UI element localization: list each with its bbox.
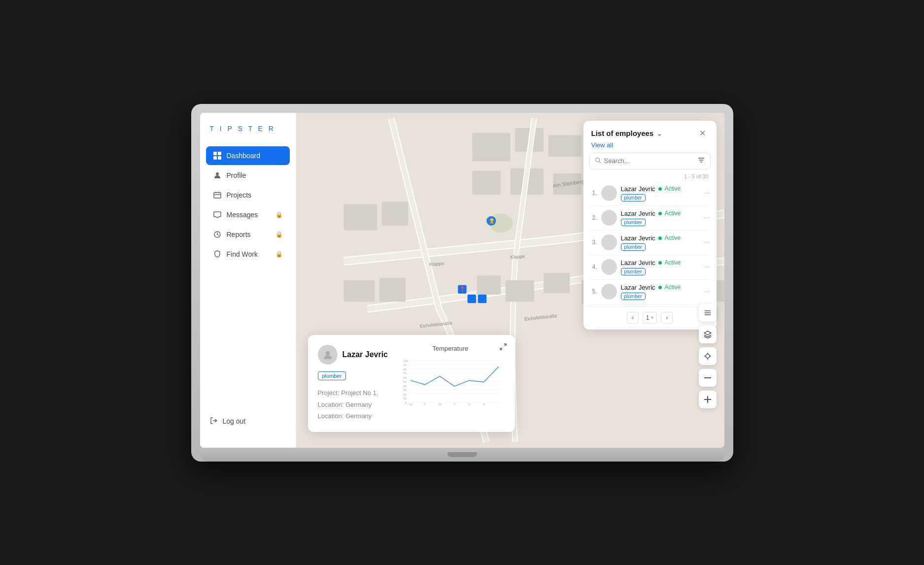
current-page: 1 ▾ [643, 312, 657, 324]
avatar [601, 284, 617, 299]
map-controls [699, 304, 717, 408]
location2-value: Germany [345, 412, 372, 420]
next-page-button[interactable]: › [661, 312, 673, 324]
employee-info: Lazar Jevric Active plumber [621, 259, 700, 275]
more-options-button[interactable]: ··· [704, 263, 710, 271]
svg-text:T: T [454, 403, 456, 406]
zoom-out-button[interactable] [699, 369, 717, 387]
status-indicator [658, 187, 662, 191]
panel-header: List of employees ⌄ ✕ [583, 121, 717, 139]
svg-rect-1 [218, 152, 221, 155]
location-value: Germany [345, 401, 372, 408]
messages-lock-icon: 🔒 [275, 211, 283, 218]
table-row[interactable]: 3. Lazar Jevric Active plumber ··· [589, 231, 711, 255]
project-value: Project No 1. [341, 389, 378, 397]
dashboard-icon [213, 151, 222, 160]
svg-rect-26 [379, 278, 405, 301]
project-label: Project: [318, 389, 340, 397]
projects-icon [213, 191, 222, 199]
role-tag: plumber [621, 194, 646, 201]
status-indicator [658, 286, 662, 289]
sidebar-item-reports[interactable]: Reports 🔒 [206, 225, 290, 244]
table-row[interactable]: 2. Lazar Jevric Active plumber ··· [589, 206, 711, 231]
reports-label: Reports [227, 231, 251, 238]
svg-text:10: 10 [403, 398, 407, 400]
more-options-button[interactable]: ··· [704, 287, 710, 296]
logout-label: Log out [223, 417, 246, 425]
sidebar-item-dashboard[interactable]: Dashboard [206, 146, 290, 165]
status-label: Active [665, 185, 681, 192]
role-tag: plumber [621, 219, 646, 226]
temperature-chart: Temperature 100 90 80 70 60 50 40 30 20 … [396, 345, 505, 422]
status-label: Active [665, 284, 681, 291]
main-content: Am Steinberg Klappe Klappe Klappe Eichsf… [296, 113, 724, 448]
findwork-icon [213, 250, 222, 259]
svg-rect-0 [213, 152, 217, 155]
svg-text:100: 100 [403, 360, 409, 363]
search-bar [589, 153, 711, 169]
prev-page-button[interactable]: ‹ [627, 312, 639, 324]
expand-card-button[interactable] [497, 341, 509, 353]
svg-text:T: T [424, 403, 426, 406]
svg-rect-28 [505, 280, 534, 301]
employee-count: 1 - 5 of 30 [583, 173, 717, 181]
worker-name: Lazar Jevric [342, 350, 388, 359]
filter-icon[interactable] [697, 156, 705, 166]
findwork-label: Find Work [227, 250, 258, 258]
svg-text:M: M [410, 403, 412, 406]
list-view-button[interactable] [699, 304, 717, 322]
svg-text:50: 50 [403, 381, 407, 384]
role-tag: plumber [621, 268, 646, 275]
svg-text:70: 70 [403, 372, 407, 375]
app-logo: T I P S T E R [200, 125, 296, 146]
more-options-button[interactable]: ··· [704, 213, 710, 222]
logout-icon [210, 417, 218, 426]
worker-info-left: Lazar Jevric plumber Project: Project No… [318, 345, 388, 422]
sidebar-item-profile[interactable]: Profile [206, 166, 290, 185]
dashboard-label: Dashboard [227, 152, 261, 160]
svg-rect-13 [472, 170, 501, 194]
svg-text:W: W [439, 403, 442, 406]
svg-rect-24 [381, 201, 408, 225]
svg-text:80: 80 [403, 368, 407, 371]
svg-rect-3 [218, 156, 221, 160]
view-all-link[interactable]: View all [583, 139, 717, 153]
employee-info: Lazar Jevric Active plumber [621, 185, 700, 201]
logout-button[interactable]: Log out [210, 413, 286, 430]
reports-lock-icon: 🔒 [275, 231, 283, 238]
table-row[interactable]: 1. Lazar Jevric Active plumber ··· [589, 181, 711, 206]
employee-info: Lazar Jevric Active plumber [621, 284, 700, 300]
avatar [601, 234, 617, 250]
findwork-lock-icon: 🔒 [275, 251, 283, 258]
more-options-button[interactable]: ··· [704, 238, 710, 247]
worker-avatar [318, 345, 338, 365]
panel-title: List of employees ⌄ [591, 129, 663, 137]
location-target-button[interactable] [699, 347, 717, 365]
sidebar-item-messages[interactable]: Messages 🔒 [206, 205, 290, 224]
svg-text:📍: 📍 [459, 286, 466, 293]
more-options-button[interactable]: ··· [704, 189, 710, 198]
avatar [601, 185, 617, 201]
svg-text:S: S [483, 403, 485, 406]
zoom-in-button[interactable] [699, 391, 717, 408]
svg-point-4 [216, 172, 219, 175]
sidebar-item-findwork[interactable]: Find Work 🔒 [206, 245, 290, 264]
avatar [601, 210, 617, 226]
sidebar-item-projects[interactable]: Projects [206, 186, 290, 204]
svg-rect-25 [343, 280, 375, 301]
svg-point-82 [706, 354, 710, 358]
projects-label: Projects [227, 191, 252, 199]
svg-text:30: 30 [403, 389, 407, 392]
role-tag: plumber [621, 293, 646, 300]
layers-button[interactable] [699, 326, 717, 343]
table-row[interactable]: 4. Lazar Jevric Active plumber ··· [589, 255, 711, 280]
panel-close-button[interactable]: ✕ [697, 128, 709, 139]
chevron-down-icon[interactable]: ⌄ [656, 130, 662, 137]
status-label: Active [665, 259, 681, 266]
search-input[interactable] [604, 157, 694, 165]
svg-rect-8 [472, 133, 510, 161]
worker-card: Lazar Jevric plumber Project: Project No… [308, 335, 515, 432]
status-indicator [658, 236, 662, 240]
table-row[interactable]: 5. Lazar Jevric Active plumber ··· [589, 280, 711, 304]
search-icon [595, 157, 601, 165]
